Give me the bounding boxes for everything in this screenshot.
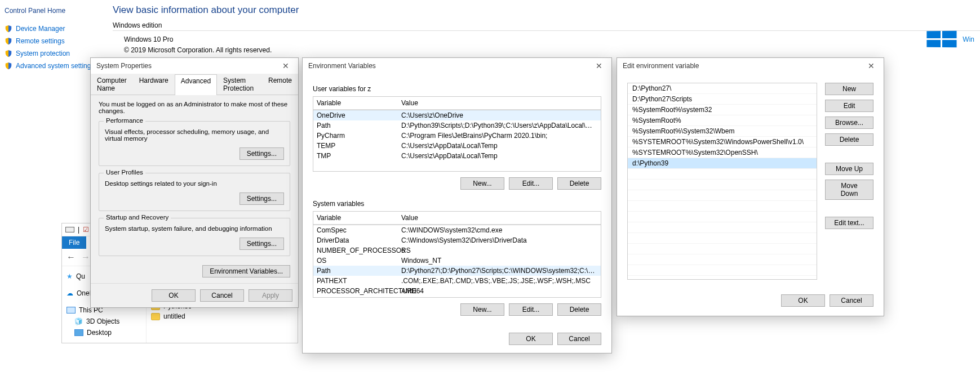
tab-advanced[interactable]: Advanced	[175, 74, 217, 95]
list-item-empty[interactable]	[628, 276, 817, 280]
list-item-empty[interactable]	[628, 201, 817, 212]
list-item[interactable]: %SYSTEMROOT%\System32\OpenSSH\	[628, 147, 817, 158]
forward-button[interactable]: →	[81, 252, 90, 262]
envvars-cancel-button[interactable]: Cancel	[557, 333, 601, 345]
table-row[interactable]: PATHEXT.COM;.EXE;.BAT;.CMD;.VBS;.VBE;.JS…	[313, 276, 601, 286]
list-item-empty[interactable]	[628, 180, 817, 190]
table-row[interactable]: OneDriveC:\Users\z\OneDrive	[313, 110, 601, 120]
performance-settings-button[interactable]: Settings...	[240, 147, 284, 160]
table-row[interactable]: OSWindows_NT	[313, 256, 601, 266]
list-item-empty[interactable]	[628, 169, 817, 180]
editvar-ok-button[interactable]: OK	[781, 294, 825, 307]
table-row[interactable]: PathD:\Python39\Scripts\;D:\Python39\;C:…	[313, 120, 601, 131]
delete-entry-button[interactable]: Delete	[825, 133, 873, 146]
var-value: .COM;.EXE;.BAT;.CMD;.VBS;.VBE;.JS;.JSE;.…	[401, 277, 597, 285]
envvars-ok-button[interactable]: OK	[509, 333, 553, 345]
remote-settings-link[interactable]: Remote settings	[5, 35, 95, 47]
cp-home-link[interactable]: Control Panel Home	[5, 5, 95, 23]
advanced-settings-link[interactable]: Advanced system settings	[5, 60, 95, 72]
list-item-empty[interactable]	[628, 222, 817, 233]
list-item-empty[interactable]	[628, 254, 817, 265]
var-name: PROCESSOR_ARCHITECTURE	[317, 287, 401, 295]
close-icon[interactable]: ✕	[864, 61, 878, 70]
col-variable[interactable]: Variable	[313, 212, 398, 225]
list-item[interactable]: d:\Python39	[628, 158, 817, 169]
control-panel-main: View basic information about your comput…	[113, 5, 980, 56]
editvar-title: Edit environment variable	[623, 62, 699, 70]
list-item-empty[interactable]	[628, 190, 817, 201]
user-edit-button[interactable]: Edit...	[509, 177, 553, 190]
admin-note: You must be logged on as an Administrato…	[99, 101, 290, 114]
browse-button[interactable]: Browse...	[825, 117, 873, 129]
device-manager-label: Device Manager	[16, 25, 65, 33]
table-row[interactable]: PROCESSOR_ARCHITECTUREAMD64	[313, 286, 601, 296]
col-value[interactable]: Value	[398, 212, 601, 225]
list-item-empty[interactable]	[628, 212, 817, 222]
system-protection-link[interactable]: System protection	[5, 47, 95, 60]
table-row[interactable]: ComSpecC:\WINDOWS\system32\cmd.exe	[313, 225, 601, 235]
col-value[interactable]: Value	[398, 97, 601, 110]
sysprops-ok-button[interactable]: OK	[152, 289, 196, 302]
list-item[interactable]: untitled	[151, 311, 233, 321]
sys-new-button[interactable]: New...	[460, 303, 504, 316]
objects-icon: 🧊	[74, 317, 83, 325]
close-icon[interactable]: ✕	[592, 61, 606, 70]
list-item-empty[interactable]	[628, 233, 817, 244]
list-item-empty[interactable]	[628, 244, 817, 254]
performance-label: Performance	[104, 117, 145, 124]
objects-label: 3D Objects	[86, 317, 119, 325]
move-up-button[interactable]: Move Up	[825, 163, 873, 175]
table-row[interactable]: NUMBER_OF_PROCESSORS6	[313, 245, 601, 256]
table-row[interactable]: TEMPC:\Users\z\AppData\Local\Temp	[313, 141, 601, 151]
list-item[interactable]: %SystemRoot%	[628, 115, 817, 126]
user-new-button[interactable]: New...	[460, 177, 504, 190]
back-button[interactable]: ←	[66, 252, 76, 262]
new-entry-button[interactable]: New	[825, 83, 873, 95]
cloud-icon: ☁	[66, 289, 73, 297]
move-down-button[interactable]: Move Down	[825, 180, 873, 200]
editvar-cancel-button[interactable]: Cancel	[830, 294, 873, 307]
edit-entry-button[interactable]: Edit	[825, 100, 873, 112]
var-name: ComSpec	[317, 226, 401, 234]
list-item[interactable]: %SYSTEMROOT%\System32\WindowsPowerShell\…	[628, 137, 817, 147]
table-row[interactable]: PyCharmC:\Program Files\JetBrains\PyChar…	[313, 131, 601, 141]
table-row[interactable]: PathD:\Python27\;D:\Python27\Scripts;C:\…	[313, 266, 601, 276]
var-value: C:\Windows\System32\Drivers\DriverData	[401, 236, 597, 244]
device-manager-link[interactable]: Device Manager	[5, 23, 95, 35]
environment-variables-button[interactable]: Environment Variables...	[202, 265, 290, 277]
user-delete-button[interactable]: Delete	[557, 177, 601, 190]
windows-logo-icon	[927, 31, 957, 48]
tab-computer-name[interactable]: Computer Name	[91, 74, 133, 95]
tab-hardware[interactable]: Hardware	[133, 74, 175, 95]
list-item-empty[interactable]	[628, 265, 817, 276]
close-icon[interactable]: ✕	[279, 61, 292, 70]
sys-delete-button[interactable]: Delete	[557, 303, 601, 316]
list-item[interactable]: D:\Python27\	[628, 83, 817, 94]
user-vars-list[interactable]: OneDriveC:\Users\z\OneDrivePathD:\Python…	[313, 110, 601, 172]
edit-text-button[interactable]: Edit text...	[825, 217, 873, 229]
startup-settings-button[interactable]: Settings...	[240, 238, 284, 250]
tab-remote[interactable]: Remote	[262, 74, 298, 95]
user-vars-header: Variable Value	[313, 96, 601, 110]
envvars-title: Environment Variables	[308, 62, 376, 70]
sys-edit-button[interactable]: Edit...	[509, 303, 553, 316]
objects-item[interactable]: 🧊3D Objects	[66, 316, 141, 327]
user-profiles-settings-button[interactable]: Settings...	[240, 192, 284, 205]
tab-system-protection[interactable]: System Protection	[217, 74, 262, 95]
sys-vars-list[interactable]: ComSpecC:\WINDOWS\system32\cmd.exeDriver…	[313, 225, 601, 298]
sysprops-cancel-button[interactable]: Cancel	[200, 289, 244, 302]
desktop-item[interactable]: Desktop	[66, 327, 141, 338]
var-value: Windows_NT	[401, 257, 597, 265]
file-tab[interactable]: File	[62, 236, 86, 249]
list-item[interactable]: %SystemRoot%\System32\Wbem	[628, 126, 817, 137]
sysprops-apply-button[interactable]: Apply	[249, 289, 292, 302]
windows-logo: Win	[926, 31, 974, 47]
col-variable[interactable]: Variable	[313, 97, 398, 110]
list-item[interactable]: D:\Python27\Scripts	[628, 94, 817, 105]
list-item[interactable]: %SystemRoot%\system32	[628, 105, 817, 115]
path-entries-list[interactable]: D:\Python27\D:\Python27\Scripts%SystemRo…	[627, 83, 817, 280]
var-name: TEMP	[317, 142, 401, 150]
table-row[interactable]: TMPC:\Users\z\AppData\Local\Temp	[313, 151, 601, 161]
table-row[interactable]: DriverDataC:\Windows\System32\Drivers\Dr…	[313, 235, 601, 245]
checkbox-icon[interactable]: ☑	[83, 226, 89, 234]
